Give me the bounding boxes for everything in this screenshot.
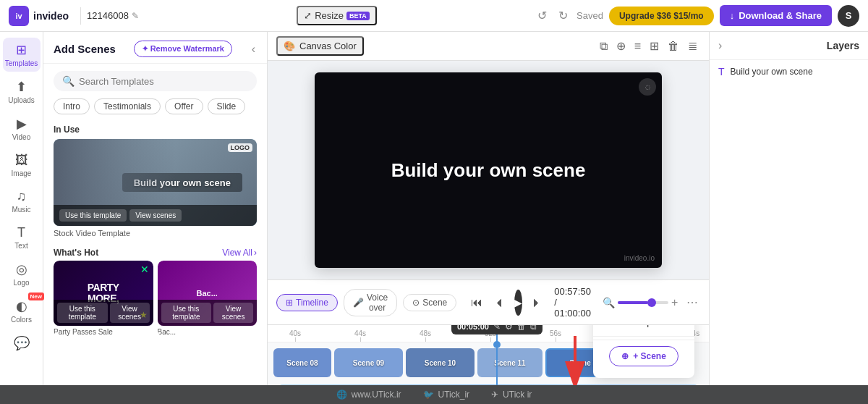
logo-text: invideo	[33, 10, 69, 22]
canvas-area: 🎨 Canvas Color ⧉ ⊕ ≡ ⊞ 🗑 ≣ ◌ Build your …	[268, 32, 709, 385]
more-button[interactable]: ⋯	[684, 293, 701, 312]
search-bar: 🔍	[43, 64, 267, 98]
use-template-button[interactable]: Use this template	[59, 209, 127, 222]
sidebar-item-logo[interactable]: ◎ Logo	[3, 257, 41, 291]
trash-icon[interactable]: 🗑	[665, 36, 682, 56]
scene-11[interactable]: Scene 11	[477, 348, 542, 377]
whats-hot-header: What's Hot View All ›	[43, 245, 267, 261]
template-overlay: Use this template View scenes	[54, 205, 257, 226]
sidebar-item-text[interactable]: T Text	[3, 221, 41, 254]
layers-expand-button[interactable]: ›	[718, 39, 722, 52]
search-icon: 🔍	[62, 75, 75, 87]
sidebar-item-music[interactable]: ♫ Music	[3, 185, 41, 218]
grid-icon[interactable]: ⊞	[647, 36, 662, 56]
zoom-controls: 🔍 +	[603, 296, 678, 309]
user-avatar[interactable]: S	[838, 5, 859, 27]
party-overlay: Use this template View scenes	[54, 300, 153, 326]
scene-09[interactable]: Scene 09	[334, 348, 403, 377]
scene-11-label: Scene 11	[494, 359, 525, 367]
voiceover-button[interactable]: 🎤 Voice over	[344, 289, 397, 316]
scenes-title: Add Scenes	[54, 43, 116, 55]
scenes-panel: Add Scenes ✦ Remove Watermark ‹ 🔍 Intro …	[43, 32, 268, 385]
sidebar-item-video[interactable]: ▶ Video	[3, 111, 41, 146]
main-layout: ⊞ Templates ⬆ Uploads ▶ Video 🖼 Image ♫ …	[0, 32, 868, 385]
search-input-wrap: 🔍	[54, 71, 257, 91]
saved-text: Saved	[576, 10, 603, 21]
timeline-area: 40s 44s 48s 52s 56s 01m:00s 01m:04s Scen…	[268, 324, 709, 385]
music-icon: ♫	[17, 189, 27, 204]
collapse-button[interactable]: ‹	[250, 41, 257, 57]
chip-offer[interactable]: Offer	[165, 98, 203, 114]
chip-intro[interactable]: Intro	[54, 98, 90, 114]
search-input[interactable]	[79, 76, 248, 87]
duplicate-icon[interactable]: ⧉	[597, 36, 610, 56]
sidebar-item-templates[interactable]: ⊞ Templates	[3, 38, 41, 72]
resize-button[interactable]: ⤢ Resize BETA	[297, 6, 377, 25]
from-template-item[interactable]: From Template	[593, 324, 694, 333]
add-scene-button[interactable]: ⊕ + Scene	[609, 346, 678, 366]
download-button[interactable]: ↓ Download & Share	[720, 5, 832, 26]
frame-forward-button[interactable]: ⏵	[528, 293, 545, 312]
scenes-header: Add Scenes ✦ Remove Watermark ‹	[43, 32, 267, 64]
view-all-button[interactable]: View All ›	[222, 248, 257, 258]
undo-button[interactable]: ↺	[535, 6, 550, 25]
purple-use-button[interactable]: Use this template	[161, 303, 212, 323]
hot-card-bac[interactable]: Bac... Use this template View scenes Bac…	[158, 261, 258, 336]
stock-template-card[interactable]: Build your own scene LOGO Use this templ…	[54, 139, 257, 239]
more-options-icon[interactable]: ≣	[685, 36, 700, 56]
zoom-in-icon[interactable]: +	[671, 296, 678, 309]
delete-popup-icon[interactable]: 🗑	[517, 324, 526, 332]
timeline-label: Timeline	[296, 298, 328, 308]
header: iv invideo 12146008 ✎ ⤢ Resize BETA ↺ ↻ …	[0, 0, 868, 32]
download-icon: ↓	[730, 10, 735, 21]
align-icon[interactable]: ≡	[631, 36, 644, 56]
sidebar-item-uploads[interactable]: ⬆ Uploads	[3, 75, 41, 109]
scene-mode-icon: ⊙	[412, 298, 420, 308]
logo-icon[interactable]: iv	[9, 6, 29, 26]
chip-testimonials[interactable]: Testimonials	[94, 98, 161, 114]
time-separator: /	[554, 297, 557, 308]
logo-badge: LOGO	[228, 143, 253, 152]
time-current: 00:57:50	[554, 286, 591, 297]
scene-10[interactable]: Scene 10	[406, 348, 475, 377]
scene-button[interactable]: ⊙ Scene	[403, 294, 456, 311]
timeline-button[interactable]: ⊞ Timeline	[276, 294, 338, 311]
layer-item-text[interactable]: T Build your own scene	[710, 60, 868, 83]
time-display: 00:57:50 / 01:00:00	[554, 286, 591, 319]
video-label: Video	[12, 133, 30, 141]
watermark-3: ✈ UTick ir	[491, 390, 532, 400]
redo-button[interactable]: ↻	[556, 6, 571, 25]
filter-chips: Intro Testimonials Offer Slide	[43, 98, 267, 120]
purple-name: Bac...	[158, 326, 258, 336]
resize-icon: ⤢	[304, 10, 312, 21]
remove-watermark-button[interactable]: ✦ Remove Watermark	[134, 41, 232, 57]
resize-label: Resize	[315, 10, 344, 21]
zoom-out-icon[interactable]: 🔍	[603, 297, 615, 308]
purple-overlay: Use this template View scenes	[158, 300, 258, 326]
zoom-slider[interactable]	[618, 301, 668, 304]
upgrade-button[interactable]: Upgrade $36 $15/mo	[609, 7, 714, 25]
view-scenes-button[interactable]: View scenes	[129, 209, 182, 222]
party-use-button[interactable]: Use this template	[57, 303, 108, 323]
sidebar-item-chat[interactable]: 💬	[3, 331, 41, 355]
purple-view-button[interactable]: View scenes	[213, 303, 253, 323]
skip-back-button[interactable]: ⏮	[468, 293, 485, 312]
chip-slide[interactable]: Slide	[208, 98, 246, 114]
image-label: Image	[12, 169, 32, 177]
party-name: Party Passes Sale	[54, 326, 153, 336]
settings-popup-icon[interactable]: ⚙	[505, 324, 513, 332]
edit-popup-icon[interactable]: ✎	[493, 324, 501, 332]
copy-icon[interactable]: ⊕	[613, 36, 629, 56]
sidebar-item-colors[interactable]: ◐ Colors New	[0, 294, 43, 328]
whats-hot-title: What's Hot	[54, 248, 98, 258]
canvas-color-button[interactable]: 🎨 Canvas Color	[276, 36, 364, 56]
copy-popup-icon[interactable]: ⧉	[530, 324, 537, 332]
frame-back-button[interactable]: ⏴	[491, 293, 509, 312]
party-view-button[interactable]: View scenes	[110, 303, 150, 323]
play-button[interactable]: ▶	[514, 290, 522, 316]
text-icon: T	[17, 225, 25, 240]
hot-card-party[interactable]: PARTYMORE, ✕ ★ Use this template View sc…	[54, 261, 153, 336]
sidebar-item-image[interactable]: 🖼 Image	[3, 148, 41, 182]
edit-icon[interactable]: ✎	[132, 11, 139, 21]
scene-08[interactable]: Scene 08	[273, 348, 331, 377]
